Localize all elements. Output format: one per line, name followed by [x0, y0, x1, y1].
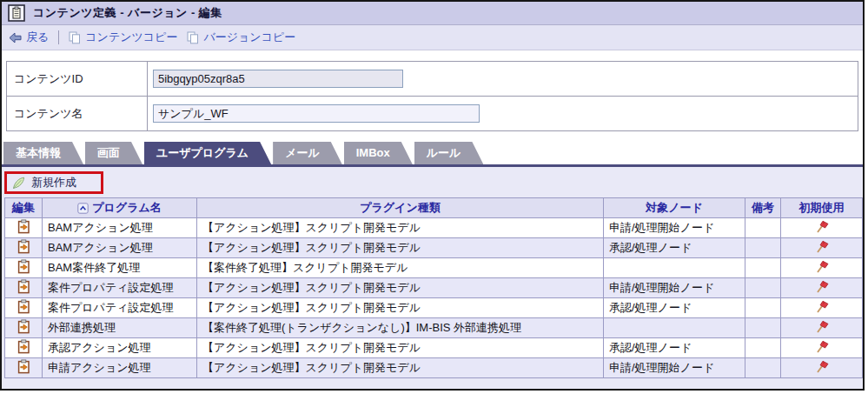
program-name-cell: BAMアクション処理 [43, 218, 197, 238]
plugin-type-cell: 【アクション処理】スクリプト開発モデル [197, 358, 604, 378]
user-program-panel: 新規作成 編集 [2, 167, 863, 389]
red-flag-icon [814, 219, 829, 234]
copy-pages-icon [187, 31, 199, 44]
target-node-cell: 承認/処理ノード [604, 238, 745, 258]
edit-clipboard-arrow-icon[interactable] [17, 219, 30, 234]
tab-rule[interactable]: ルール [414, 142, 484, 164]
header-target-node: 対象ノード [604, 198, 745, 218]
content-definition-window: コンテンツ定義 - バージョン - 編集 戻る コンテンツコピー [0, 0, 865, 391]
edit-clipboard-arrow-icon[interactable] [17, 259, 30, 274]
header-program-name: プログラム名 [43, 198, 197, 218]
content-name-label: コンテンツ名 [7, 97, 148, 131]
table-row: BAMアクション処理 【アクション処理】スクリプト開発モデル 申請/処理開始ノー… [5, 218, 863, 238]
target-node-cell: 申請/処理開始ノード [604, 218, 745, 238]
table-header-row: 編集 プログラム名 プラグイン種類 [5, 198, 863, 218]
program-name-cell: 外部連携処理 [43, 318, 197, 338]
table-row: BAM案件終了処理 【案件終了処理】スクリプト開発モデル [5, 258, 863, 278]
content-copy-label: コンテンツコピー [85, 30, 177, 45]
table-row: 申請アクション処理 【アクション処理】スクリプト開発モデル 申請/処理開始ノード [5, 358, 863, 378]
program-name-cell: 案件プロパティ設定処理 [43, 278, 197, 298]
header-edit: 編集 [5, 198, 43, 218]
create-new-label: 新規作成 [31, 175, 76, 190]
content-copy-button[interactable]: コンテンツコピー [69, 30, 177, 45]
edit-clipboard-arrow-icon[interactable] [17, 339, 30, 354]
note-cell [745, 358, 781, 378]
table-row: BAMアクション処理 【アクション処理】スクリプト開発モデル 承認/処理ノード [5, 238, 863, 258]
red-flag-icon [814, 259, 829, 274]
tab-screen[interactable]: 画面 [85, 142, 142, 164]
content-name-field[interactable] [153, 104, 480, 123]
plugin-type-cell: 【アクション処理】スクリプト開発モデル [197, 218, 604, 238]
back-arrow-icon [9, 32, 22, 43]
tab-mail[interactable]: メール [273, 142, 342, 164]
plugin-type-cell: 【アクション処理】スクリプト開発モデル [197, 298, 604, 318]
tab-userpgm[interactable]: ユーザプログラム [144, 142, 271, 164]
form-row-content-name: コンテンツ名 [7, 97, 858, 131]
target-node-cell: 申請/処理開始ノード [604, 278, 745, 298]
red-flag-icon [814, 339, 829, 354]
table-row: 承認アクション処理 【アクション処理】スクリプト開発モデル 承認/処理ノード [5, 338, 863, 358]
table-row: 案件プロパティ設定処理 【アクション処理】スクリプト開発モデル 申請/処理開始ノ… [5, 278, 863, 298]
program-name-cell: BAM案件終了処理 [43, 258, 197, 278]
content-id-field[interactable] [153, 70, 403, 88]
toolbar: 戻る コンテンツコピー バージョンコピー [2, 25, 863, 50]
table-row: 案件プロパティ設定処理 【アクション処理】スクリプト開発モデル 承認/処理ノード [5, 298, 863, 318]
red-flag-icon [814, 359, 829, 374]
create-row: 新規作成 [4, 169, 858, 197]
title-bar: コンテンツ定義 - バージョン - 編集 [2, 2, 863, 25]
tab-basic[interactable]: 基本情報 [3, 142, 83, 164]
program-name-cell: BAMアクション処理 [43, 238, 197, 258]
toolbar-separator [58, 30, 59, 44]
target-node-cell: 申請/処理開始ノード [604, 358, 745, 378]
plugin-type-cell: 【アクション処理】スクリプト開発モデル [197, 338, 604, 358]
version-copy-button[interactable]: バージョンコピー [187, 30, 295, 45]
target-node-cell [604, 258, 745, 278]
quill-feather-icon [11, 176, 26, 190]
program-name-cell: 案件プロパティ設定処理 [43, 298, 197, 318]
target-node-cell: 承認/処理ノード [604, 338, 745, 358]
red-flag-icon [814, 239, 829, 254]
plugin-type-cell: 【アクション処理】スクリプト開発モデル [197, 278, 604, 298]
note-cell [745, 258, 781, 278]
program-name-cell: 申請アクション処理 [43, 358, 197, 378]
tab-imbox[interactable]: IMBox [344, 142, 413, 164]
table-row: 外部連携処理 【案件終了処理(トランザクションなし)】IM-BIS 外部連携処理 [5, 318, 863, 338]
content-form: コンテンツID コンテンツ名 [2, 50, 863, 131]
note-cell [745, 338, 781, 358]
edit-clipboard-arrow-icon[interactable] [17, 239, 30, 254]
program-name-cell: 承認アクション処理 [43, 338, 197, 358]
back-button[interactable]: 戻る [9, 30, 49, 45]
tab-strip: 基本情報画面ユーザプログラムメールIMBoxルール [2, 142, 863, 164]
note-cell [745, 218, 781, 238]
target-node-cell [604, 318, 745, 338]
note-cell [745, 318, 781, 338]
form-row-content-id: コンテンツID [7, 62, 858, 97]
plugin-type-cell: 【アクション処理】スクリプト開発モデル [197, 238, 604, 258]
note-cell [745, 238, 781, 258]
edit-clipboard-arrow-icon[interactable] [17, 359, 30, 374]
clipboard-icon [8, 4, 25, 22]
header-initial-use: 初期使用 [781, 198, 863, 218]
plugin-type-cell: 【案件終了処理(トランザクションなし)】IM-BIS 外部連携処理 [197, 318, 604, 338]
red-flag-icon [814, 319, 829, 334]
version-copy-label: バージョンコピー [203, 30, 295, 45]
note-cell [745, 278, 781, 298]
sort-ascending-icon[interactable] [77, 203, 89, 214]
content-id-label: コンテンツID [7, 62, 148, 97]
page-title: コンテンツ定義 - バージョン - 編集 [33, 5, 222, 21]
edit-clipboard-arrow-icon[interactable] [17, 299, 30, 314]
edit-clipboard-arrow-icon[interactable] [17, 279, 30, 294]
back-label: 戻る [26, 30, 49, 45]
edit-clipboard-arrow-icon[interactable] [17, 319, 30, 334]
red-flag-icon [814, 279, 829, 294]
header-note: 備考 [745, 198, 781, 218]
plugin-type-cell: 【案件終了処理】スクリプト開発モデル [197, 258, 604, 278]
user-program-table: 編集 プログラム名 プラグイン種類 [4, 197, 863, 378]
header-plugin-type: プラグイン種類 [197, 198, 604, 218]
note-cell [745, 298, 781, 318]
red-flag-icon [814, 299, 829, 314]
copy-pages-icon [69, 31, 81, 44]
target-node-cell: 承認/処理ノード [604, 298, 745, 318]
create-new-button[interactable]: 新規作成 [4, 171, 103, 194]
